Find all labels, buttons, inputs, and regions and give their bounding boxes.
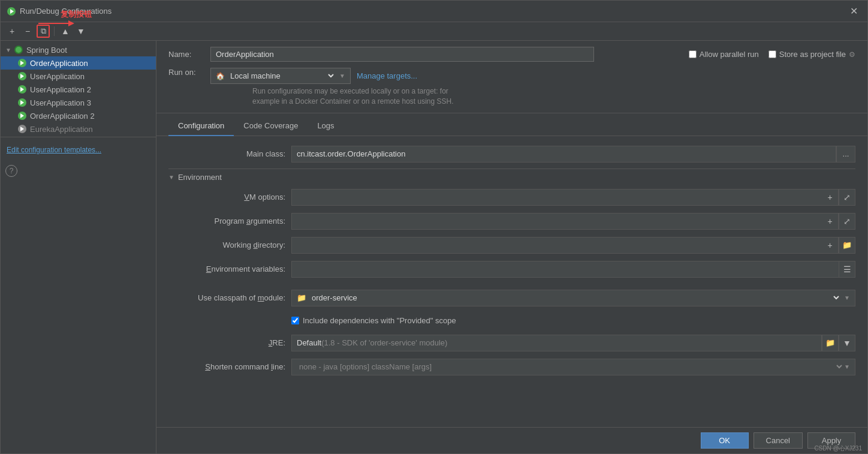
module-select[interactable]: order-service [309,293,841,303]
move-up-button[interactable]: ▲ [59,25,72,38]
dropdown-arrow-icon: ▼ [339,73,345,79]
program-args-label: Program arguments: [168,217,285,226]
run-on-select[interactable]: Local machine [228,71,336,81]
shorten-cmdline-select[interactable]: none - java [options] className [args] [297,362,844,372]
program-args-input-area: + ⤢ [291,213,855,230]
cancel-button[interactable]: Cancel [754,432,803,449]
folder-icon: 📁 [842,240,852,249]
module-dropdown-arrow-icon: ▼ [844,294,850,301]
module-folder-icon: 📁 [297,293,306,302]
main-class-input[interactable] [291,146,836,163]
working-dir-browse-button[interactable]: 📁 [839,237,855,254]
main-class-row: Main class: ... [168,142,855,166]
jre-hint-text: (1.8 - SDK of 'order-service' module) [321,338,447,347]
jre-dropdown-button[interactable]: ▼ [839,335,855,351]
tab-logs[interactable]: Logs [308,116,343,136]
store-as-project-checkbox[interactable] [768,50,776,58]
sidebar-item-label-2: UserApplication 2 [30,85,91,94]
working-dir-input-area: + 📁 [291,237,855,254]
run-icon-0 [17,58,27,68]
name-input[interactable] [210,47,594,62]
sidebar-item-5[interactable]: EurekaApplication [1,122,156,136]
include-deps-label: Include dependencies with "Provided" sco… [303,316,456,325]
vm-options-expand-button[interactable]: ⤢ [839,189,855,206]
run-icon-1 [17,71,27,81]
run-description: Run configurations may be executed local… [252,86,454,107]
vm-options-label: VM options: [168,193,285,202]
environment-label: Environment [178,173,222,182]
manage-targets-link[interactable]: Manage targets... [357,71,417,80]
jre-browse-button[interactable]: 📁 [822,335,839,351]
add-config-button[interactable]: + [5,25,19,38]
store-as-project-checkbox-label[interactable]: Store as project file ⚙ [768,50,855,59]
run-on-dropdown[interactable]: 🏠 Local machine ▼ [210,68,351,84]
env-vars-input[interactable] [291,261,839,278]
working-dir-input[interactable] [291,237,822,254]
include-deps-checkbox[interactable] [291,317,299,324]
program-args-row: Program arguments: + ⤢ [168,209,855,233]
sidebar-item-1[interactable]: UserApplication [1,70,156,83]
sidebar-item-label-1: UserApplication [30,72,85,81]
classpath-module-label: Use classpath of module: [168,293,285,302]
jre-label: JRE: [168,338,285,347]
allow-parallel-checkbox-label[interactable]: Allow parallel run [689,50,759,59]
main-class-browse-button[interactable]: ... [836,146,855,163]
environment-section-header[interactable]: ▼ Environment [168,169,855,185]
move-down-button[interactable]: ▼ [74,25,88,38]
env-vars-row: Environment variables: ☰ [168,257,855,281]
copy-icon: ⧉ [41,26,46,36]
ok-button[interactable]: OK [701,432,749,449]
store-as-project-label: Store as project file [779,50,846,59]
vm-options-input-area: + ⤢ [291,189,855,206]
working-dir-add-button[interactable]: + [822,237,839,254]
close-button[interactable]: ✕ [846,4,861,18]
vm-options-add-button[interactable]: + [822,189,839,206]
tab-code-coverage[interactable]: Code Coverage [234,116,308,136]
copy-config-button[interactable]: ⧉ [37,25,50,38]
dialog-title: Run/Debug Configurations [20,7,846,16]
cmdline-dropdown-arrow-icon: ▼ [844,363,850,370]
classpath-module-row: Use classpath of module: 📁 order-service… [168,286,855,310]
tab-configuration[interactable]: Configuration [168,116,234,136]
include-deps-row: Include dependencies with "Provided" sco… [168,310,855,331]
move-up-icon: ▲ [61,26,70,36]
working-dir-row: Working directory: + 📁 [168,233,855,257]
sidebar-item-3[interactable]: UserApplication 3 [1,96,156,109]
program-args-add-button[interactable]: + [822,213,839,230]
sidebar-group-label: Spring Boot [26,46,67,55]
vm-options-input[interactable] [291,189,822,206]
working-dir-label: Working directory: [168,240,285,249]
jre-value-display: Default (1.8 - SDK of 'order-service' mo… [291,335,822,351]
remove-config-button[interactable]: − [21,25,34,38]
jre-input-area: Default (1.8 - SDK of 'order-service' mo… [291,335,855,351]
program-args-input[interactable] [291,213,822,230]
allow-parallel-checkbox[interactable] [689,50,697,58]
help-button[interactable]: ? [5,165,17,177]
sidebar-item-label-3: UserApplication 3 [30,98,91,107]
watermark: CSDN @心XJ231 [814,444,862,453]
program-args-expand-button[interactable]: ⤢ [839,213,855,230]
toolbar-separator [54,26,55,36]
sidebar-item-4[interactable]: OrderApplication 2 [1,109,156,122]
sidebar-group-springboot[interactable]: ▼ Spring Boot [1,43,156,56]
tabs-bar: Configuration Code Coverage Logs [156,116,867,136]
sidebar-item-label-5: EurekaApplication [30,125,93,134]
spring-boot-group-icon [14,45,23,55]
sidebar-separator [1,137,156,137]
gear-icon[interactable]: ⚙ [849,50,855,59]
run-icon-3 [17,98,27,107]
jre-row: JRE: Default (1.8 - SDK of 'order-servic… [168,331,855,355]
remove-icon: − [25,26,30,36]
shorten-cmdline-row: Shorten command line: none - java [optio… [168,355,855,379]
sidebar-item-2[interactable]: UserApplication 2 [1,83,156,96]
env-vars-edit-button[interactable]: ☰ [839,261,855,278]
chevron-down-icon: ▼ [5,47,11,53]
jre-folder-icon: 📁 [825,338,835,347]
move-down-icon: ▼ [77,26,85,36]
shorten-cmdline-dropdown[interactable]: none - java [options] className [args] ▼ [291,359,855,375]
include-deps-checkbox-area: Include dependencies with "Provided" sco… [291,314,456,327]
edit-templates-link[interactable]: Edit configuration templates... [1,141,107,159]
run-icon-2 [17,85,27,94]
sidebar-item-0[interactable]: OrderApplication [1,56,156,70]
module-dropdown[interactable]: 📁 order-service ▼ [291,290,855,306]
